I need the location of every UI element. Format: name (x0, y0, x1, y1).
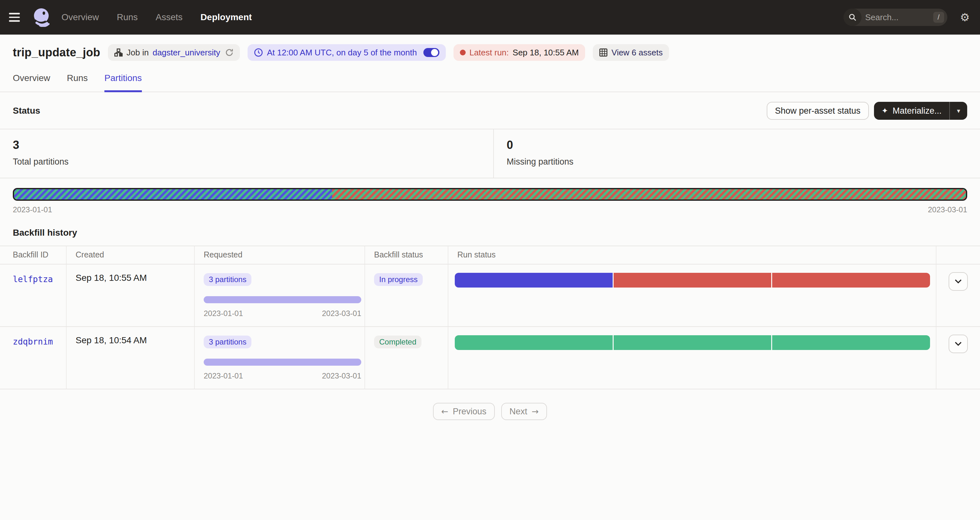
total-partitions-label: Total partitions (13, 157, 480, 167)
column-header-requested: Requested (195, 246, 365, 264)
requested-range-bar (204, 359, 361, 366)
search-shortcut-badge: / (933, 12, 944, 23)
nav-item-assets[interactable]: Assets (156, 12, 183, 22)
arrow-right-icon: → (531, 407, 539, 416)
status-section-header: Status Show per-asset status ✦ Materiali… (0, 92, 980, 129)
schedule-pill: At 12:00 AM UTC, on day 5 of the month (248, 44, 445, 61)
created-cell: Sep 18, 10:54 AM (67, 327, 195, 389)
total-partitions-value: 3 (13, 138, 480, 152)
next-page-button[interactable]: Next → (501, 403, 547, 420)
column-header-expand (937, 246, 980, 264)
backfill-history-heading: Backfill history (0, 214, 980, 246)
expand-cell (937, 327, 980, 389)
run-segment[interactable] (772, 273, 930, 288)
partition-status-bar[interactable] (13, 188, 967, 201)
run-status-cell (449, 327, 937, 389)
materialize-dropdown-button[interactable]: ▾ (950, 102, 967, 120)
requested-range-bar (204, 296, 361, 303)
view-assets-link[interactable]: View 6 assets (611, 48, 663, 58)
created-cell: Sep 18, 10:55 AM (67, 264, 195, 326)
partitions-count-pill[interactable]: 3 partitions (204, 336, 251, 348)
caret-down-icon: ▾ (957, 107, 960, 114)
schedule-toggle[interactable] (423, 48, 439, 57)
clock-icon (254, 48, 263, 57)
partition-status-bar-section: 2023-01-01 2023-03-01 (0, 178, 980, 214)
table-row: lelfptza Sep 18, 10:55 AM 3 partitions 2… (0, 264, 980, 327)
nav-item-overview[interactable]: Overview (62, 12, 99, 22)
next-label: Next (509, 407, 527, 417)
nav-items: Overview Runs Assets Deployment (62, 12, 252, 22)
partition-range-end: 2023-03-01 (928, 205, 967, 214)
expand-cell (937, 264, 980, 326)
backfill-table-header: Backfill ID Created Requested Backfill s… (0, 246, 980, 264)
tab-overview[interactable]: Overview (13, 73, 50, 92)
previous-label: Previous (453, 407, 487, 417)
materialize-label: Materialize... (892, 106, 942, 116)
run-segment[interactable] (455, 335, 612, 350)
missing-partitions-value: 0 (507, 138, 967, 152)
run-status-bar (455, 335, 930, 350)
expand-row-button[interactable] (949, 272, 968, 291)
nav-item-runs[interactable]: Runs (117, 12, 138, 22)
run-status-bar (455, 273, 930, 288)
requested-range-labels: 2023-01-01 2023-03-01 (204, 309, 361, 318)
job-graph-icon (115, 48, 123, 57)
range-start: 2023-01-01 (204, 371, 243, 380)
sparkle-icon: ✦ (882, 107, 888, 114)
pagination: ← Previous Next → (0, 403, 980, 420)
job-pill-prefix: Job in (127, 48, 149, 58)
run-segment[interactable] (614, 273, 772, 288)
chevron-down-icon (955, 279, 962, 284)
show-per-asset-status-button[interactable]: Show per-asset status (767, 102, 869, 120)
column-header-created: Created (67, 246, 195, 264)
tab-runs[interactable]: Runs (67, 73, 88, 92)
requested-cell: 3 partitions 2023-01-01 2023-03-01 (195, 327, 365, 389)
backfill-id-link[interactable]: lelfptza (13, 274, 53, 284)
table-row: zdqbrnim Sep 18, 10:54 AM 3 partitions 2… (0, 327, 980, 390)
tab-partitions[interactable]: Partitions (104, 73, 142, 92)
backfill-status-cell: Completed (365, 327, 449, 389)
run-status-dot-icon (460, 49, 466, 56)
run-segment[interactable] (772, 335, 930, 350)
partitions-count-pill[interactable]: 3 partitions (204, 273, 251, 286)
requested-range-labels: 2023-01-01 2023-03-01 (204, 371, 361, 380)
column-header-backfill-status: Backfill status (365, 246, 449, 264)
repository-link[interactable]: dagster_university (153, 48, 220, 58)
dagster-logo-icon[interactable] (32, 8, 51, 27)
refresh-icon[interactable] (225, 48, 234, 57)
view-assets-pill[interactable]: View 6 assets (593, 44, 669, 61)
status-badge: Completed (374, 336, 422, 348)
materialize-button-group: ✦ Materialize... ▾ (874, 102, 967, 120)
dagster-app: Overview Runs Assets Deployment / ⚙ trip… (0, 0, 980, 520)
tab-bar: Overview Runs Partitions (0, 73, 980, 92)
search-input[interactable] (862, 13, 933, 22)
status-badge: In progress (374, 273, 423, 286)
latest-run-pill: Latest run: Sep 18, 10:55 AM (453, 44, 585, 61)
settings-gear-icon[interactable]: ⚙ (960, 12, 970, 23)
page-title: trip_update_job (13, 46, 100, 59)
range-end: 2023-03-01 (322, 371, 361, 380)
partition-bar-segment[interactable] (14, 189, 332, 199)
run-segment[interactable] (614, 335, 772, 350)
search-box[interactable]: / (843, 9, 947, 26)
expand-row-button[interactable] (949, 335, 968, 353)
range-start: 2023-01-01 (204, 309, 243, 318)
asset-grid-icon (599, 48, 608, 57)
hamburger-icon (9, 13, 24, 14)
menu-button[interactable] (9, 11, 24, 24)
column-header-run-status: Run status (449, 246, 937, 264)
partition-bar-labels: 2023-01-01 2023-03-01 (13, 205, 967, 214)
nav-item-deployment[interactable]: Deployment (200, 12, 252, 22)
backfill-table: Backfill ID Created Requested Backfill s… (0, 246, 980, 390)
latest-run-link[interactable]: Sep 18, 10:55 AM (513, 48, 579, 58)
partition-bar-segment[interactable] (332, 189, 966, 199)
page-header: trip_update_job Job in dagster_universit… (0, 35, 980, 61)
run-segment[interactable] (455, 273, 612, 288)
partition-range-start: 2023-01-01 (13, 205, 52, 214)
missing-partitions-cell: 0 Missing partitions (493, 129, 980, 178)
materialize-button[interactable]: ✦ Materialize... (874, 102, 949, 120)
schedule-label: At 12:00 AM UTC, on day 5 of the month (267, 48, 417, 58)
backfill-id-link[interactable]: zdqbrnim (13, 337, 53, 347)
range-end: 2023-03-01 (322, 309, 361, 318)
previous-page-button[interactable]: ← Previous (433, 403, 495, 420)
